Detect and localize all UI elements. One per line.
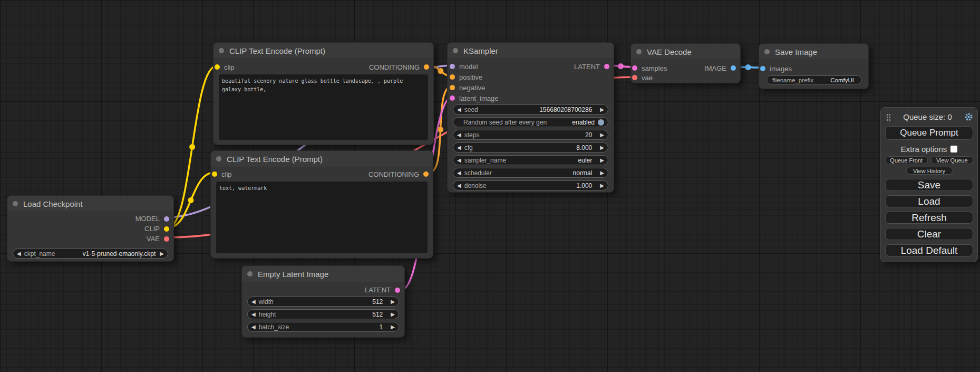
node-titlebar[interactable]: CLIP Text Encode (Prompt) — [214, 43, 433, 59]
drag-handle-icon[interactable] — [886, 113, 891, 121]
collapse-dot-icon[interactable] — [216, 156, 221, 161]
node-titlebar[interactable]: VAE Decode — [631, 44, 740, 60]
output-slot-clip[interactable]: CLIP — [7, 224, 173, 234]
decrement-arrow-icon[interactable]: ◀ — [251, 312, 256, 317]
node-titlebar[interactable]: Load Checkpoint — [7, 196, 173, 212]
load-button[interactable]: Load — [885, 195, 973, 207]
decrement-arrow-icon[interactable]: ◀ — [251, 325, 256, 330]
scheduler-widget[interactable]: ◀ scheduler normal ▶ — [453, 168, 608, 178]
collapse-dot-icon[interactable] — [764, 49, 770, 54]
collapse-dot-icon[interactable] — [636, 49, 642, 54]
steps-widget[interactable]: ◀ steps 20 ▶ — [453, 130, 608, 140]
seed-widget[interactable]: ◀ seed 156680208700286 ▶ — [453, 104, 608, 115]
denoise-widget[interactable]: ◀ denoise 1.000 ▶ — [453, 180, 608, 190]
decrement-arrow-icon[interactable]: ◀ — [251, 299, 256, 304]
negative-input-dot[interactable] — [450, 85, 455, 90]
decrement-arrow-icon[interactable]: ◀ — [457, 107, 461, 112]
sampler-name-widget[interactable]: ◀ sampler_name euler ▶ — [453, 155, 608, 165]
clear-button[interactable]: Clear — [885, 228, 973, 240]
node-clip-text-encode-positive[interactable]: CLIP Text Encode (Prompt) clip CONDITION… — [213, 42, 434, 145]
conditioning-output-dot[interactable] — [423, 171, 429, 177]
node-title: VAE Decode — [647, 47, 692, 56]
decrement-arrow-icon[interactable]: ◀ — [17, 251, 21, 256]
node-clip-text-encode-negative[interactable]: CLIP Text Encode (Prompt) clip CONDITION… — [210, 150, 433, 259]
latent-image-input-dot[interactable] — [450, 96, 455, 101]
collapse-dot-icon[interactable] — [247, 271, 253, 276]
node-empty-latent-image[interactable]: Empty Latent Image LATENT ◀ width 512 ▶ … — [241, 265, 405, 338]
decrement-arrow-icon[interactable]: ◀ — [457, 183, 461, 188]
load-default-button[interactable]: Load Default — [885, 244, 973, 256]
positive-input-dot[interactable] — [450, 74, 455, 80]
toggle-circle-icon[interactable] — [598, 119, 604, 126]
vae-input-dot[interactable] — [632, 75, 637, 80]
output-slot-model[interactable]: MODEL — [7, 214, 173, 224]
clip-input-dot[interactable] — [212, 171, 217, 177]
slot-row: negative — [448, 82, 614, 93]
vae-output-dot[interactable] — [164, 236, 169, 242]
gear-icon[interactable] — [964, 112, 973, 121]
images-input-dot[interactable] — [760, 66, 765, 71]
latent-output-dot[interactable] — [395, 288, 400, 293]
queue-front-button[interactable]: Queue Front — [885, 156, 928, 164]
increment-arrow-icon[interactable]: ▶ — [600, 158, 604, 163]
node-vae-decode[interactable]: VAE Decode samples IMAGE vae — [630, 43, 741, 83]
cfg-widget[interactable]: ◀ cfg 8.000 ▶ — [453, 142, 608, 152]
widget-label: cfg — [464, 144, 473, 151]
view-history-button[interactable]: View History — [906, 167, 953, 175]
refresh-button[interactable]: Refresh — [885, 212, 973, 224]
increment-arrow-icon[interactable]: ▶ — [600, 170, 604, 176]
save-button[interactable]: Save — [885, 179, 973, 191]
random-seed-toggle-widget[interactable]: Random seed after every gen enabled — [453, 117, 608, 127]
node-titlebar[interactable]: Empty Latent Image — [242, 266, 404, 282]
widget-value: 512 — [372, 311, 383, 318]
decrement-arrow-icon[interactable]: ◀ — [457, 132, 461, 138]
node-load-checkpoint[interactable]: Load Checkpoint MODEL CLIP VAE ◀ ckpt_na… — [7, 195, 174, 262]
node-titlebar[interactable]: KSampler — [448, 43, 614, 59]
collapse-dot-icon[interactable] — [219, 48, 224, 53]
widget-value: v1-5-pruned-emaonly.ckpt — [83, 250, 156, 257]
conditioning-output-dot[interactable] — [424, 64, 429, 70]
decrement-arrow-icon[interactable]: ◀ — [457, 145, 461, 150]
image-output-dot[interactable] — [731, 65, 736, 71]
filename-prefix-widget[interactable]: filename_prefix ComfyUI — [766, 75, 862, 84]
node-save-image[interactable]: Save Image images filename_prefix ComfyU… — [759, 43, 869, 89]
wire-midpoint-dot — [438, 127, 443, 132]
slot-label: negative — [459, 84, 485, 92]
model-output-dot[interactable] — [164, 216, 169, 222]
batch-size-widget[interactable]: ◀ batch_size 1 ▶ — [247, 322, 399, 332]
increment-arrow-icon[interactable]: ▶ — [160, 251, 164, 256]
widget-label: Random seed after every gen — [463, 119, 547, 126]
prompt-textarea[interactable]: beautiful scenery nature glass bottle la… — [219, 74, 428, 140]
increment-arrow-icon[interactable]: ▶ — [600, 132, 604, 138]
latent-output-dot[interactable] — [604, 64, 609, 69]
increment-arrow-icon[interactable]: ▶ — [391, 325, 395, 330]
clip-output-dot[interactable] — [164, 226, 169, 232]
height-widget[interactable]: ◀ height 512 ▶ — [247, 309, 399, 319]
prompt-textarea[interactable]: text, watermark — [216, 182, 428, 253]
width-widget[interactable]: ◀ width 512 ▶ — [247, 297, 399, 307]
node-ksampler[interactable]: KSampler model LATENT positive negative … — [447, 42, 614, 193]
node-titlebar[interactable]: Save Image — [759, 44, 868, 60]
collapse-dot-icon[interactable] — [13, 201, 18, 206]
queue-prompt-button[interactable]: Queue Prompt — [885, 126, 973, 140]
increment-arrow-icon[interactable]: ▶ — [600, 107, 604, 112]
increment-arrow-icon[interactable]: ▶ — [391, 312, 395, 317]
node-titlebar[interactable]: CLIP Text Encode (Prompt) — [211, 151, 433, 167]
node-graph-canvas[interactable]: Load Checkpoint MODEL CLIP VAE ◀ ckpt_na… — [0, 0, 980, 372]
clip-input-dot[interactable] — [215, 64, 220, 70]
extra-options-checkbox[interactable] — [950, 146, 957, 152]
decrement-arrow-icon[interactable]: ◀ — [457, 158, 461, 163]
increment-arrow-icon[interactable]: ▶ — [600, 145, 604, 150]
slot-label: model — [459, 63, 478, 71]
samples-input-dot[interactable] — [632, 65, 637, 71]
ckpt-name-widget[interactable]: ◀ ckpt_name v1-5-pruned-emaonly.ckpt ▶ — [13, 249, 168, 259]
view-queue-button[interactable]: View Queue — [931, 156, 974, 164]
extra-options-label: Extra options — [901, 145, 947, 154]
increment-arrow-icon[interactable]: ▶ — [391, 299, 395, 304]
model-input-dot[interactable] — [450, 64, 455, 69]
output-slot-vae[interactable]: VAE — [7, 234, 173, 244]
increment-arrow-icon[interactable]: ▶ — [600, 183, 604, 188]
decrement-arrow-icon[interactable]: ◀ — [457, 170, 461, 176]
collapse-dot-icon[interactable] — [453, 48, 458, 53]
node-title: CLIP Text Encode (Prompt) — [227, 155, 323, 164]
